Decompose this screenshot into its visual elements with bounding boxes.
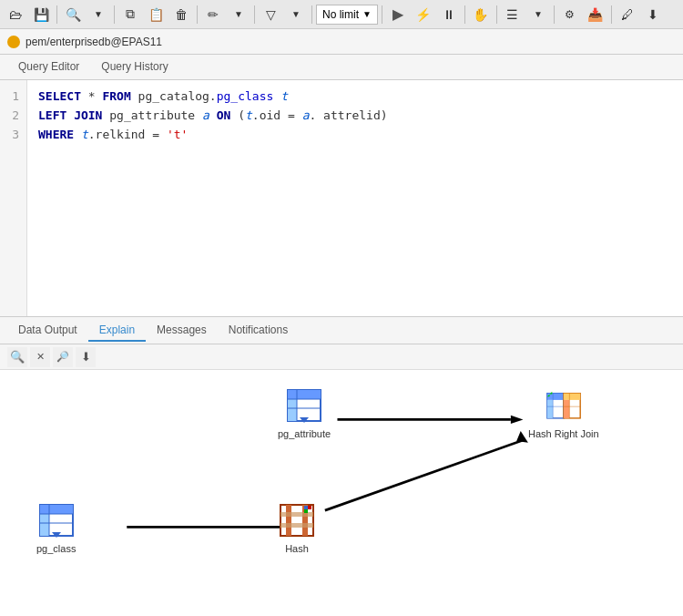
- kw-where: WHERE: [38, 128, 74, 141]
- no-limit-dropdown[interactable]: No limit ▼: [316, 5, 378, 25]
- code-line-1: SELECT * FROM pg_catalog.pg_class t: [38, 87, 672, 107]
- bottom-section: Data Output Explain Messages Notificatio…: [0, 317, 683, 616]
- pg-class-label: pg_class: [36, 543, 76, 554]
- pg-class-icon: [38, 505, 75, 541]
- explain-diagram: pg_attribute: [0, 370, 683, 616]
- save-data-btn[interactable]: 📥: [584, 3, 607, 26]
- sep5: [311, 5, 312, 24]
- svg-rect-28: [280, 512, 313, 517]
- download-btn[interactable]: ⬇: [641, 3, 665, 26]
- kw-from: FROM: [102, 89, 130, 103]
- svg-rect-19: [40, 505, 73, 514]
- pg-attribute-icon: [286, 390, 322, 426]
- hand-btn[interactable]: ✋: [469, 3, 493, 26]
- hash-label: Hash: [285, 543, 309, 554]
- connection-label: pem/enterprisedb@EPAS11: [25, 36, 162, 48]
- lightning-btn[interactable]: ⚡: [412, 3, 435, 26]
- sep3: [197, 5, 198, 24]
- edit-btn[interactable]: ✏: [201, 3, 225, 26]
- dropdown-search-btn[interactable]: ▼: [87, 3, 110, 26]
- sep9: [554, 5, 555, 24]
- pg-attribute-label: pg_attribute: [278, 428, 331, 439]
- tab-explain[interactable]: Explain: [88, 320, 146, 342]
- hrj-icon: [545, 390, 582, 426]
- zoom-out-btn[interactable]: 🔎: [53, 347, 73, 367]
- execute-btn[interactable]: ▶: [386, 3, 410, 26]
- zoom-in-btn[interactable]: 🔍: [7, 347, 27, 367]
- kw-string-t: 't': [167, 128, 188, 141]
- line-num-1: 1: [7, 87, 19, 107]
- svg-rect-31: [308, 506, 311, 509]
- arrow-hash-to-hrj: [325, 440, 524, 510]
- svg-rect-8: [547, 394, 564, 400]
- filter-dropdown-btn[interactable]: ▼: [284, 3, 308, 26]
- connection-bar: pem/enterprisedb@EPAS11: [0, 29, 683, 55]
- edit-dropdown-btn[interactable]: ▼: [227, 3, 250, 26]
- kw-pgclass-link: pg_class: [217, 89, 274, 103]
- pause-btn[interactable]: ⏸: [437, 3, 461, 26]
- svg-rect-29: [280, 523, 313, 528]
- kw-select: SELECT: [38, 89, 81, 103]
- hash-right-join-label: Hash Right Join: [528, 428, 599, 439]
- columns-btn[interactable]: ☰: [501, 3, 525, 26]
- svg-rect-14: [564, 400, 569, 418]
- columns-dropdown-btn[interactable]: ▼: [526, 3, 550, 26]
- tab-query-history[interactable]: Query History: [90, 56, 178, 78]
- line-num-3: 3: [7, 126, 19, 145]
- delete-btn[interactable]: 🗑: [169, 3, 193, 26]
- svg-rect-2: [288, 399, 297, 421]
- arrowhead-attr-hrj: [511, 416, 524, 424]
- sep1: [56, 5, 57, 24]
- sep6: [382, 5, 382, 24]
- svg-rect-20: [40, 514, 49, 536]
- no-limit-label: No limit: [322, 8, 359, 21]
- kw-a-alias: a: [202, 108, 209, 122]
- explain-toolbar: 🔍 ✕ 🔎 ⬇: [0, 344, 683, 370]
- tab-notifications[interactable]: Notifications: [218, 320, 299, 342]
- download-diagram-btn[interactable]: ⬇: [76, 347, 96, 367]
- query-editor: 1 2 3 SELECT * FROM pg_catalog.pg_class …: [0, 80, 683, 317]
- tab-query-editor[interactable]: Query Editor: [7, 56, 90, 78]
- editor-tabs-row: Query Editor Query History: [0, 55, 683, 80]
- svg-rect-9: [547, 400, 553, 418]
- macros-btn[interactable]: ⚙: [558, 3, 582, 26]
- kw-on: ON: [217, 108, 231, 122]
- kw-t-alias: t: [280, 89, 288, 103]
- svg-rect-13: [564, 394, 580, 400]
- line-numbers: 1 2 3: [0, 80, 27, 316]
- save-btn[interactable]: 💾: [29, 3, 53, 26]
- sep10: [611, 5, 612, 24]
- svg-rect-30: [304, 506, 308, 509]
- node-pg-attribute: pg_attribute: [278, 390, 331, 439]
- arrowhead-hash-hrj: [516, 431, 528, 443]
- open-file-btn[interactable]: 🗁: [4, 3, 27, 26]
- search-btn[interactable]: 🔍: [61, 3, 85, 26]
- filter-btn[interactable]: ▽: [259, 3, 282, 26]
- svg-rect-1: [288, 390, 321, 399]
- code-area[interactable]: SELECT * FROM pg_catalog.pg_class t LEFT…: [27, 80, 683, 316]
- node-hash: Hash: [279, 505, 315, 554]
- pen-btn[interactable]: 🖊: [616, 3, 639, 26]
- node-pg-class: pg_class: [36, 505, 76, 554]
- code-line-2: LEFT JOIN pg_attribute a ON (t.oid = a. …: [38, 107, 672, 126]
- paste-btn[interactable]: 📋: [144, 3, 168, 26]
- sep7: [464, 5, 465, 24]
- kw-left: LEFT JOIN: [38, 108, 102, 122]
- svg-rect-25: [280, 505, 313, 536]
- connection-status-dot: [7, 36, 20, 48]
- bottom-tabs-row: Data Output Explain Messages Notificatio…: [0, 317, 683, 344]
- sep2: [114, 5, 115, 24]
- no-limit-arrow: ▼: [362, 9, 372, 19]
- line-num-2: 2: [7, 107, 19, 126]
- sep8: [496, 5, 497, 24]
- hash-icon: [279, 505, 315, 541]
- tab-messages[interactable]: Messages: [146, 320, 218, 342]
- main-toolbar: 🗁 💾 🔍 ▼ ⧉ 📋 🗑 ✏ ▼ ▽ ▼ No limit ▼ ▶ ⚡ ⏸ ✋…: [0, 0, 683, 29]
- svg-rect-32: [304, 509, 308, 513]
- node-hash-right-join: Hash Right Join: [528, 390, 599, 439]
- tab-data-output[interactable]: Data Output: [7, 320, 88, 342]
- code-line-3: WHERE t.relkind = 't': [38, 126, 672, 145]
- copy-btn[interactable]: ⧉: [118, 3, 142, 26]
- zoom-actual-btn[interactable]: ✕: [30, 347, 50, 367]
- sep4: [254, 5, 255, 24]
